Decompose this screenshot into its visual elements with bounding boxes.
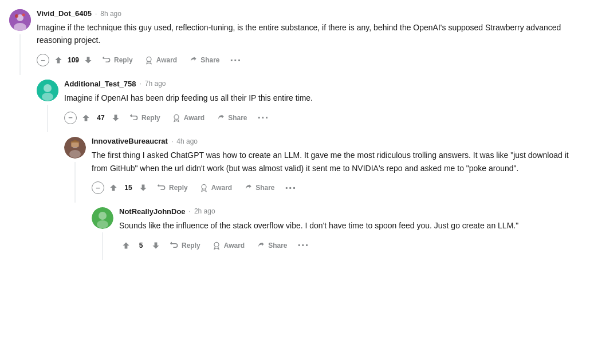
comment-body: Imagine if OpenAI has been drip feeding … bbox=[64, 92, 571, 104]
timestamp: 8h ago bbox=[100, 10, 121, 18]
vote-section: 47 bbox=[79, 111, 123, 125]
collapse-button[interactable]: − bbox=[92, 181, 104, 194]
comment-header: NotReallyJohnDoe · 2h ago bbox=[119, 207, 571, 216]
vote-count: 109 bbox=[68, 56, 79, 64]
collapse-button[interactable]: − bbox=[64, 112, 77, 124]
downvote-button[interactable] bbox=[81, 53, 95, 67]
award-icon bbox=[212, 241, 221, 250]
comment-item: NotReallyJohnDoe · 2h ago Sounds like th… bbox=[92, 207, 571, 260]
share-icon bbox=[256, 241, 265, 250]
svg-point-19 bbox=[214, 242, 219, 247]
comment-content: Vivid_Dot_6405 · 8h ago Imagine if the t… bbox=[37, 9, 571, 75]
dot-separator: · bbox=[189, 207, 191, 215]
svg-point-15 bbox=[202, 185, 206, 189]
award-button[interactable]: Award bbox=[140, 53, 182, 67]
upvote-button[interactable] bbox=[107, 181, 120, 195]
avatar bbox=[92, 207, 113, 229]
upvote-button[interactable] bbox=[52, 53, 65, 67]
award-icon bbox=[144, 56, 154, 65]
collapse-button[interactable]: − bbox=[37, 54, 49, 66]
comment-item: Additional_Test_758 · 7h ago Imagine if … bbox=[37, 80, 571, 132]
reply-button[interactable]: Reply bbox=[125, 111, 165, 125]
comment-content: NotReallyJohnDoe · 2h ago Sounds like th… bbox=[119, 207, 571, 260]
avatar-image bbox=[9, 9, 31, 31]
username: InnovativeBureaucrat bbox=[92, 137, 168, 145]
comment-body: The first thing I asked ChatGPT was how … bbox=[92, 149, 571, 175]
more-icon: ··· bbox=[230, 54, 242, 67]
comment-item: InnovativeBureaucrat · 4h ago The first … bbox=[64, 137, 571, 203]
share-button[interactable]: Share bbox=[251, 239, 292, 252]
upvote-button[interactable] bbox=[79, 111, 93, 125]
svg-point-18 bbox=[97, 220, 108, 228]
comment-left-column bbox=[92, 207, 113, 260]
more-icon: ··· bbox=[285, 181, 297, 195]
more-button[interactable]: ··· bbox=[254, 110, 273, 125]
share-icon bbox=[188, 56, 198, 65]
username: Vivid_Dot_6405 bbox=[37, 9, 92, 18]
more-button[interactable]: ··· bbox=[227, 53, 245, 68]
minus-icon: − bbox=[68, 113, 73, 122]
vote-count: 47 bbox=[95, 114, 107, 122]
share-button[interactable]: Share bbox=[239, 181, 279, 195]
downvote-button[interactable] bbox=[149, 239, 163, 252]
thread-line bbox=[102, 232, 103, 260]
dot-separator: · bbox=[171, 137, 173, 145]
award-label: Award bbox=[156, 56, 177, 64]
share-label: Share bbox=[268, 242, 287, 250]
avatar bbox=[64, 137, 86, 159]
award-button[interactable]: Award bbox=[195, 181, 237, 195]
reply-label: Reply bbox=[182, 242, 200, 250]
avatar-image bbox=[37, 80, 58, 101]
reply-button[interactable]: Reply bbox=[97, 53, 137, 67]
timestamp: 2h ago bbox=[194, 207, 215, 215]
dot-separator: · bbox=[139, 80, 141, 88]
award-label: Award bbox=[224, 242, 245, 250]
downvote-button[interactable] bbox=[136, 181, 150, 195]
upvote-icon bbox=[121, 241, 131, 250]
reply-icon bbox=[129, 113, 139, 122]
share-icon bbox=[243, 183, 253, 192]
award-button[interactable]: Award bbox=[167, 111, 209, 125]
reply-label: Reply bbox=[169, 184, 188, 192]
avatar-image bbox=[92, 207, 113, 229]
upvote-button[interactable] bbox=[119, 239, 133, 252]
comment-header: Additional_Test_758 · 7h ago bbox=[64, 80, 571, 88]
svg-point-4 bbox=[22, 14, 25, 17]
comment-left-column bbox=[9, 9, 31, 75]
thread-line bbox=[74, 162, 76, 203]
share-label: Share bbox=[200, 56, 219, 64]
upvote-icon bbox=[81, 113, 91, 122]
timestamp: 7h ago bbox=[145, 80, 166, 88]
comment-left-column bbox=[37, 80, 58, 132]
timestamp: 4h ago bbox=[176, 137, 198, 145]
more-button[interactable]: ··· bbox=[294, 238, 313, 253]
share-label: Share bbox=[255, 184, 274, 192]
nested-replies-2: InnovativeBureaucrat · 4h ago The first … bbox=[64, 137, 571, 260]
comment-actions: − 109 Reply Award bbox=[37, 53, 571, 68]
downvote-icon bbox=[111, 113, 120, 122]
more-icon: ··· bbox=[258, 111, 269, 124]
comment-header: Vivid_Dot_6405 · 8h ago bbox=[37, 9, 571, 18]
reply-button[interactable]: Reply bbox=[152, 181, 192, 195]
svg-point-8 bbox=[42, 93, 53, 101]
share-button[interactable]: Share bbox=[211, 111, 251, 125]
downvote-button[interactable] bbox=[109, 111, 123, 125]
svg-point-5 bbox=[147, 57, 151, 62]
comment-content: InnovativeBureaucrat · 4h ago The first … bbox=[92, 137, 571, 203]
vote-count: 5 bbox=[135, 242, 147, 250]
award-button[interactable]: Award bbox=[207, 239, 249, 252]
reply-label: Reply bbox=[114, 56, 133, 64]
reply-label: Reply bbox=[141, 114, 160, 122]
comment-body: Imagine if the technique this guy used, … bbox=[37, 21, 571, 47]
reply-button[interactable]: Reply bbox=[165, 239, 205, 252]
nested-replies-3: NotReallyJohnDoe · 2h ago Sounds like th… bbox=[92, 207, 571, 260]
vote-section: 15 bbox=[107, 181, 150, 195]
svg-point-12 bbox=[69, 150, 81, 158]
share-button[interactable]: Share bbox=[184, 53, 224, 67]
vote-count: 15 bbox=[123, 184, 134, 192]
avatar-image bbox=[64, 137, 86, 159]
dot-separator: · bbox=[95, 10, 97, 18]
svg-point-9 bbox=[174, 114, 179, 119]
more-button[interactable]: ··· bbox=[282, 180, 300, 196]
username: Additional_Test_758 bbox=[64, 80, 136, 88]
